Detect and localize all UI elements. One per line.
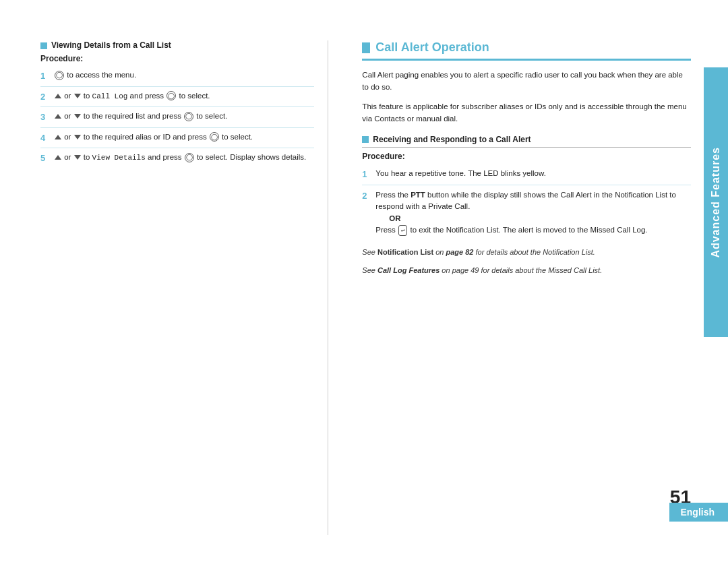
left-section-title: Viewing Details from a Call List xyxy=(51,40,171,50)
arrow-down-icon xyxy=(74,155,81,160)
step-number: 1 xyxy=(40,69,50,83)
step-number: 1 xyxy=(362,168,371,181)
menu-button-icon: ◯ xyxy=(55,71,64,80)
right-procedure-label: Procedure: xyxy=(362,152,691,161)
main-title: Call Alert Operation xyxy=(362,40,691,55)
table-row: 1 ◯ to access the menu. xyxy=(40,66,314,87)
side-label: Advanced Features xyxy=(704,67,728,337)
table-row: 2 Press the PTT button while the display… xyxy=(362,185,691,240)
step-number: 2 xyxy=(362,189,371,203)
table-row: 4 or to the required alias or ID and pre… xyxy=(40,128,314,149)
note-2: See Call Log Features on page 49 for det… xyxy=(362,265,691,276)
step-number: 5 xyxy=(40,152,50,165)
left-column: Viewing Details from a Call List Procedu… xyxy=(40,40,328,535)
arrow-down-icon xyxy=(74,135,81,139)
menu-button-icon: ◯ xyxy=(184,112,193,121)
step-content: or to View Details and press ◯ to select… xyxy=(54,152,314,164)
english-badge: English xyxy=(669,503,728,522)
main-title-block: Call Alert Operation xyxy=(362,40,691,61)
menu-button-icon: ◯ xyxy=(185,153,194,162)
blue-square-icon xyxy=(362,136,369,143)
table-row: 1 You hear a repetitive tone. The LED bl… xyxy=(362,164,691,186)
or-label: OR xyxy=(389,214,400,222)
side-label-text: Advanced Features xyxy=(710,147,722,258)
intro-text-2: This feature is applicable for subscribe… xyxy=(362,100,691,125)
menu-button-icon: ◯ xyxy=(210,132,219,142)
arrow-up-icon xyxy=(55,114,61,119)
menu-button-icon: ◯ xyxy=(166,91,176,100)
sub-section-heading: Receiving and Responding to a Call Alert xyxy=(362,135,691,148)
content-area: Viewing Details from a Call List Procedu… xyxy=(40,40,691,535)
step-number: 4 xyxy=(40,131,50,145)
left-procedure-label: Procedure: xyxy=(40,54,314,63)
intro-text-1: Call Alert paging enables you to alert a… xyxy=(362,69,691,94)
step-number: 2 xyxy=(40,90,50,104)
table-row: 3 or to the required list and press ◯ to… xyxy=(40,107,314,128)
step-number: 3 xyxy=(40,111,50,124)
step-content: or to Call Log and press ◯ to select. xyxy=(54,90,314,102)
arrow-up-icon xyxy=(55,94,61,98)
left-section-heading: Viewing Details from a Call List xyxy=(40,40,314,50)
table-row: 5 or to View Details and press ◯ to sele… xyxy=(40,148,314,168)
sub-section-title: Receiving and Responding to a Call Alert xyxy=(373,135,530,144)
arrow-down-icon xyxy=(74,94,81,98)
page-wrapper: Advanced Features English 51 Viewing Det… xyxy=(0,0,728,562)
left-steps-list: 1 ◯ to access the menu. 2 or to Call Log… xyxy=(40,66,314,168)
arrow-up-icon xyxy=(55,155,61,160)
arrow-down-icon xyxy=(74,114,81,119)
step-content: You hear a repetitive tone. The LED blin… xyxy=(375,168,691,179)
right-steps-list: 1 You hear a repetitive tone. The LED bl… xyxy=(362,164,691,241)
right-column: Call Alert Operation Call Alert paging e… xyxy=(355,40,691,535)
blue-square-icon xyxy=(40,42,47,49)
step-content: ◯ to access the menu. xyxy=(54,69,314,81)
step-content: or to the required alias or ID and press… xyxy=(54,131,314,143)
blue-rect-icon xyxy=(362,42,370,53)
step-content: Press the PTT button while the display s… xyxy=(375,189,691,236)
note-1: See Notification List on page 82 for det… xyxy=(362,247,691,258)
arrow-up-icon xyxy=(55,135,61,139)
exit-button-icon: ↵ xyxy=(398,225,407,236)
table-row: 2 or to Call Log and press ◯ to select. xyxy=(40,87,314,108)
step-content: or to the required list and press ◯ to s… xyxy=(54,111,314,122)
